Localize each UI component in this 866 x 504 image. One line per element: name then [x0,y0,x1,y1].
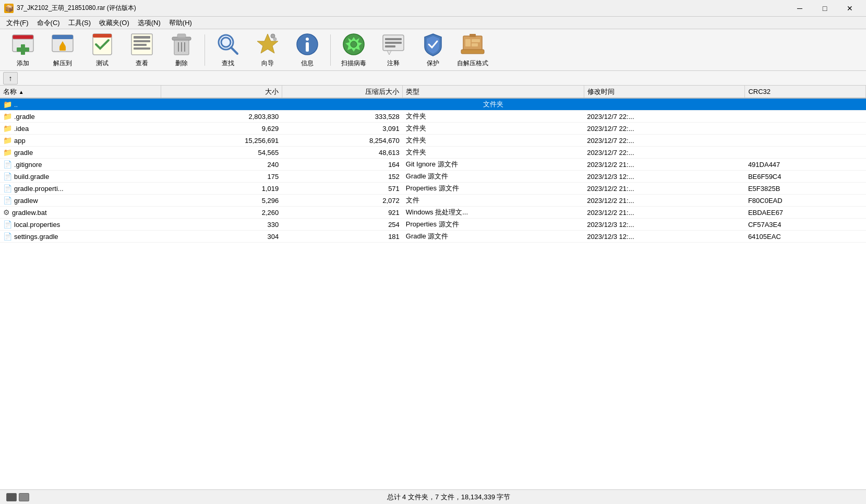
file-table: 名称 ▲ 大小 压缩后大小 类型 修改时间 CRC32 📁 [0,86,866,243]
toolbar-btn-add[interactable]: 添加 [4,31,42,69]
table-row[interactable]: 📄build.gradle175152Gradle 源文件2023/12/3 1… [0,171,866,183]
nav-bar: ↑ [0,71,866,86]
menu-bar: 文件(F)命令(C)工具(S)收藏夹(O)选项(N)帮助(H) [0,17,866,29]
toolbar-btn-info[interactable]: 信息 [288,31,326,69]
file-crc: F80C0EAD [745,195,866,207]
file-size: 240 [161,159,282,171]
file-crc [745,147,866,159]
file-size: 1,019 [161,183,282,195]
file-type: Properties 源文件 [403,219,584,231]
toolbar-btn-extract[interactable]: 解压到 [44,31,81,69]
table-row[interactable]: 📄.gitignore240164Git Ignore 源文件2023/12/2… [0,159,866,171]
file-name-cell: 📁.idea [0,123,161,135]
file-modified: 2023/12/7 22:... [584,135,745,147]
col-header-modified[interactable]: 修改时间 [584,86,745,98]
file-packed-size: 48,613 [282,147,403,159]
file-modified: 2023/12/7 22:... [584,123,745,135]
menu-item-工具(S)[interactable]: 工具(S) [64,17,95,29]
toolbar-btn-scan[interactable]: 扫描病毒 [335,31,372,69]
table-row[interactable]: 📁.gradle2,803,830333,528文件夹2023/12/7 22:… [0,111,866,123]
file-modified: 2023/12/3 12:... [584,219,745,231]
file-modified: 2023/12/2 21:... [584,183,745,195]
file-size: 9,629 [161,123,282,135]
col-header-size[interactable]: 大小 [161,86,282,98]
file-modified: 2023/12/7 22:... [584,147,745,159]
menu-item-选项(N)[interactable]: 选项(N) [134,17,165,29]
svg-rect-42 [472,43,478,46]
up-button[interactable]: ↑ [3,72,18,85]
file-packed-size [282,98,403,111]
col-header-name[interactable]: 名称 ▲ [0,86,161,98]
protect-label: 保护 [427,59,439,68]
table-row[interactable]: 📄settings.gradle304181Gradle 源文件2023/12/… [0,231,866,243]
status-icon-1 [6,493,17,501]
svg-rect-40 [465,39,471,46]
toolbar-btn-sfx[interactable]: 自解压格式 [454,31,491,69]
maximize-button[interactable]: □ [813,0,837,17]
minimize-button[interactable]: ─ [788,0,812,17]
toolbar-btn-wizard[interactable]: 向导 [249,31,286,69]
file-size: 175 [161,171,282,183]
file-packed-size: 333,528 [282,111,403,123]
file-packed-size: 181 [282,231,403,243]
svg-rect-13 [134,44,147,46]
file-modified: 2023/12/2 21:... [584,207,745,219]
svg-rect-9 [93,34,112,38]
svg-line-23 [231,47,237,54]
toolbar-btn-test[interactable]: 测试 [83,31,121,69]
file-type: Gradle 源文件 [403,171,584,183]
close-button[interactable]: ✕ [838,0,862,17]
table-row[interactable]: ⚙gradlew.bat2,260921Windows 批处理文...2023/… [0,207,866,219]
table-row[interactable]: 📄local.properties330254Properties 源文件202… [0,219,866,231]
table-row[interactable]: 📄gradlew5,2962,072文件2023/12/2 21:...F80C… [0,195,866,207]
toolbar-btn-find[interactable]: 查找 [209,31,247,69]
col-header-type[interactable]: 类型 [403,86,584,98]
window-controls: ─ □ ✕ [788,0,862,17]
toolbar-btn-protect[interactable]: 保护 [414,31,452,69]
file-packed-size: 3,091 [282,123,403,135]
delete-icon [169,32,194,57]
file-type: Git Ignore 源文件 [403,159,584,171]
svg-rect-11 [134,36,150,39]
table-row[interactable]: 📁..文件夹 [0,98,866,111]
table-row[interactable]: 📁.idea9,6293,091文件夹2023/12/7 22:... [0,123,866,135]
info-label: 信息 [301,59,314,68]
toolbar-separator-7 [330,34,331,66]
col-header-crc[interactable]: CRC32 [745,86,866,98]
sfx-icon [460,32,485,57]
menu-item-帮助(H)[interactable]: 帮助(H) [165,17,196,29]
status-text: 总计 4 文件夹，7 文件，18,134,339 字节 [38,493,860,502]
find-label: 查找 [222,59,234,68]
menu-item-命令(C)[interactable]: 命令(C) [33,17,64,29]
svg-rect-39 [470,34,476,37]
file-type: 文件 [403,195,584,207]
menu-item-文件(F)[interactable]: 文件(F) [2,17,33,29]
file-crc: CF57A3E4 [745,219,866,231]
file-crc [745,135,866,147]
table-row[interactable]: 📁gradle54,56548,613文件夹2023/12/7 22:... [0,147,866,159]
file-packed-size: 254 [282,219,403,231]
scan-icon [341,32,366,57]
col-header-packed[interactable]: 压缩后大小 [282,86,403,98]
file-type: 文件夹 [403,135,584,147]
file-name-cell: 📁app [0,135,161,147]
file-crc: 491DA447 [745,159,866,171]
file-name-cell: 📄gradle.properti... [0,183,161,195]
toolbar: 添加 解压到 测试 查看 删除 查找 [0,29,866,71]
toolbar-btn-delete[interactable]: 删除 [163,31,200,69]
table-row[interactable]: 📄gradle.properti...1,019571Properties 源文… [0,183,866,195]
menu-item-收藏夹(O)[interactable]: 收藏夹(O) [95,17,134,29]
svg-rect-28 [306,42,309,52]
toolbar-btn-comment[interactable]: 注释 [375,31,412,69]
file-modified: 2023/12/2 21:... [584,195,745,207]
table-row[interactable]: 📁app15,256,6918,254,670文件夹2023/12/7 22:.… [0,135,866,147]
status-icon-2 [19,493,29,501]
comment-icon [381,32,406,57]
test-icon [90,32,115,57]
file-modified: 2023/12/3 12:... [584,171,745,183]
add-label: 添加 [17,59,29,68]
toolbar-btn-view[interactable]: 查看 [123,31,161,69]
file-type: 文件夹 [403,111,584,123]
file-modified: 2023/12/2 21:... [584,159,745,171]
svg-point-27 [306,38,309,41]
